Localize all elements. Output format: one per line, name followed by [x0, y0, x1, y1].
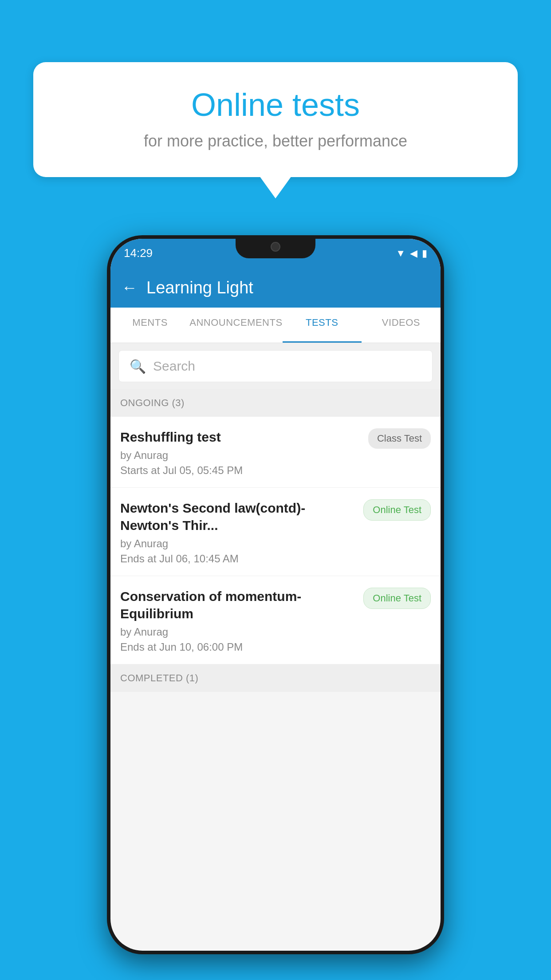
- test-item[interactable]: Reshuffling test by Anurag Starts at Jul…: [110, 417, 441, 488]
- back-button[interactable]: ←: [122, 278, 138, 297]
- promo-card: Online tests for more practice, better p…: [33, 62, 518, 177]
- test-author: by Anurag: [120, 626, 356, 638]
- phone-frame: 14:29 ▼ ◀ ▮ ← Learning Light MENTS ANNOU…: [107, 235, 444, 954]
- app-header: ← Learning Light: [110, 268, 441, 308]
- phone-screen: 14:29 ▼ ◀ ▮ ← Learning Light MENTS ANNOU…: [110, 239, 441, 951]
- search-icon: 🔍: [130, 359, 146, 374]
- test-item[interactable]: Newton's Second law(contd)-Newton's Thir…: [110, 488, 441, 576]
- test-item[interactable]: Conservation of momentum-Equilibrium by …: [110, 576, 441, 664]
- test-name: Newton's Second law(contd)-Newton's Thir…: [120, 499, 356, 534]
- test-name: Conservation of momentum-Equilibrium: [120, 588, 356, 622]
- tab-tests[interactable]: TESTS: [283, 308, 362, 343]
- search-container: 🔍 Search: [110, 343, 441, 389]
- test-time: Ends at Jul 06, 10:45 AM: [120, 553, 356, 565]
- tabs-bar: MENTS ANNOUNCEMENTS TESTS VIDEOS: [110, 308, 441, 343]
- search-bar[interactable]: 🔍 Search: [118, 350, 433, 382]
- test-info: Reshuffling test by Anurag Starts at Jul…: [120, 428, 361, 477]
- phone-notch: [236, 235, 315, 258]
- test-list: Reshuffling test by Anurag Starts at Jul…: [110, 417, 441, 664]
- phone-mockup: 14:29 ▼ ◀ ▮ ← Learning Light MENTS ANNOU…: [107, 235, 444, 954]
- signal-icon: ◀: [410, 248, 417, 259]
- completed-section-header: COMPLETED (1): [110, 664, 441, 692]
- status-icons: ▼ ◀ ▮: [396, 248, 427, 259]
- test-badge-online: Online Test: [363, 499, 431, 521]
- test-info: Newton's Second law(contd)-Newton's Thir…: [120, 499, 356, 565]
- test-author: by Anurag: [120, 537, 356, 550]
- promo-title: Online tests: [55, 87, 496, 123]
- test-badge-class: Class Test: [368, 428, 431, 449]
- test-badge-online: Online Test: [363, 588, 431, 609]
- promo-subtitle: for more practice, better performance: [55, 132, 496, 150]
- tab-ments[interactable]: MENTS: [110, 308, 189, 343]
- search-input[interactable]: Search: [153, 359, 195, 374]
- wifi-icon: ▼: [396, 248, 405, 259]
- status-time: 14:29: [124, 246, 153, 260]
- ongoing-section-header: ONGOING (3): [110, 389, 441, 417]
- test-author: by Anurag: [120, 449, 361, 462]
- front-camera: [271, 242, 280, 252]
- tab-announcements[interactable]: ANNOUNCEMENTS: [189, 308, 282, 343]
- app-header-title: Learning Light: [146, 278, 253, 297]
- test-name: Reshuffling test: [120, 428, 361, 446]
- test-time: Starts at Jul 05, 05:45 PM: [120, 464, 361, 477]
- test-info: Conservation of momentum-Equilibrium by …: [120, 588, 356, 653]
- tab-videos[interactable]: VIDEOS: [362, 308, 441, 343]
- battery-icon: ▮: [422, 248, 427, 259]
- test-time: Ends at Jun 10, 06:00 PM: [120, 641, 356, 653]
